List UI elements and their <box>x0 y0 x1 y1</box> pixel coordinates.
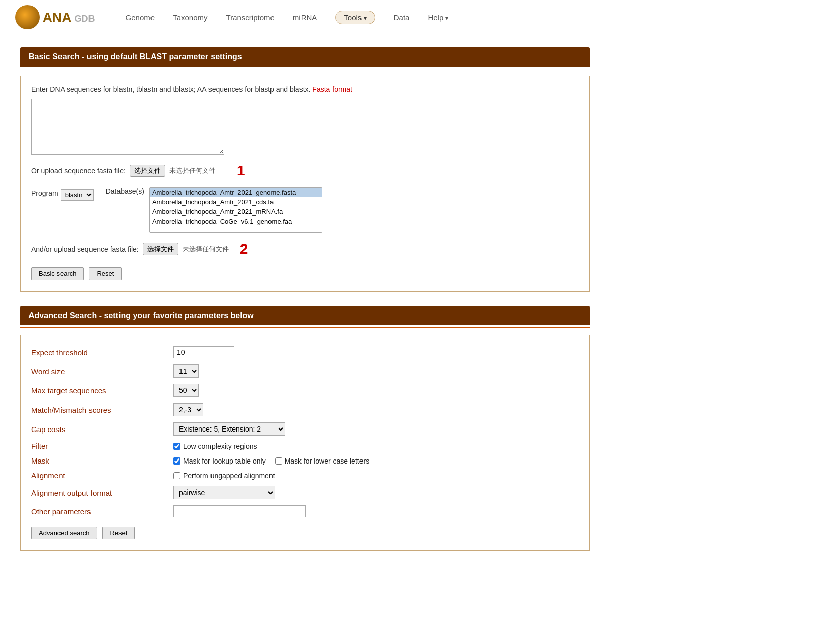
basic-search-button[interactable]: Basic search <box>31 267 84 280</box>
filter-field: Low complexity regions <box>173 442 579 450</box>
word-size-select[interactable]: 11 <box>173 364 199 378</box>
upload-row-2: And/or upload sequence fasta file: 选择文件 … <box>31 243 229 255</box>
nav-transcriptome[interactable]: Transcriptome <box>226 13 275 22</box>
logo: ANA GDB <box>15 5 95 29</box>
nav-taxonomy[interactable]: Taxonomy <box>173 13 207 22</box>
basic-search-card: Enter DNA sequences for blastn, tblastn … <box>20 76 590 292</box>
file-none-1: 未选择任何文件 <box>169 166 216 175</box>
upload-label-2: And/or upload sequence fasta file: <box>31 245 139 253</box>
expect-threshold-field <box>173 346 579 358</box>
nav-help[interactable]: Help <box>428 13 448 22</box>
fasta-format-link[interactable]: Fasta format <box>312 85 352 94</box>
alignment-output-format-select[interactable]: pairwise <box>173 486 275 499</box>
advanced-search-button[interactable]: Advanced search <box>31 527 97 539</box>
alignment-output-format-label: Alignment output format <box>31 488 173 497</box>
file-choose-btn-1[interactable]: 选择文件 <box>130 165 165 177</box>
advanced-btn-row: Advanced search Reset <box>31 527 579 539</box>
instruction-text: Enter DNA sequences for blastn, tblastn … <box>31 85 579 94</box>
program-select[interactable]: blastn <box>61 189 94 201</box>
expect-threshold-input[interactable] <box>173 346 234 358</box>
match-mismatch-field: 2,-3 <box>173 403 579 416</box>
navbar: ANA GDB Genome Taxonomy Transcriptome mi… <box>0 0 813 35</box>
other-parameters-label: Other parameters <box>31 507 173 516</box>
upload-label-1: Or upload sequence fasta file: <box>31 167 126 175</box>
alignment-field: Perform ungapped alignment <box>173 472 579 480</box>
mask-label: Mask <box>31 456 173 465</box>
alignment-label: Alignment <box>31 471 173 480</box>
advanced-search-header: Advanced Search - setting your favorite … <box>20 306 590 325</box>
match-mismatch-select[interactable]: 2,-3 <box>173 403 203 416</box>
upload-row-1: Or upload sequence fasta file: 选择文件 未选择任… <box>31 165 216 177</box>
mask-field: Mask for lookup table only Mask for lowe… <box>173 457 579 465</box>
advanced-fields-grid: Expect threshold Word size 11 Max target… <box>31 344 579 519</box>
annotation-2: 2 <box>240 241 248 257</box>
mask-lookup-label[interactable]: Mask for lookup table only <box>173 457 266 465</box>
word-size-label: Word size <box>31 367 173 376</box>
nav-tools[interactable]: Tools <box>335 11 375 24</box>
alignment-output-format-field: pairwise <box>173 486 579 499</box>
logo-icon <box>15 5 40 29</box>
gap-costs-field: Existence: 5, Extension: 2 <box>173 422 579 436</box>
database-listbox[interactable]: Amborella_trichopoda_Amtr_2021_genome.fa… <box>149 187 322 233</box>
filter-low-complexity-label[interactable]: Low complexity regions <box>173 442 257 450</box>
mask-lowercase-checkbox[interactable] <box>275 457 282 465</box>
database-label: Database(s) <box>106 187 144 195</box>
program-database-row: Program blastn Database(s) Amborella_tri… <box>31 187 579 233</box>
basic-btn-row: Basic search Reset <box>31 267 579 280</box>
filter-label: Filter <box>31 442 173 450</box>
nav-mirna[interactable]: miRNA <box>293 13 317 22</box>
max-target-field: 50 <box>173 384 579 397</box>
logo-text: ANA GDB <box>43 10 95 25</box>
program-label: Program <box>31 189 58 197</box>
gap-costs-label: Gap costs <box>31 425 173 434</box>
main-content: Basic Search - using default BLAST param… <box>0 35 610 577</box>
ungapped-alignment-checkbox[interactable] <box>173 472 180 479</box>
max-target-label: Max target sequences <box>31 386 173 395</box>
match-mismatch-label: Match/Mismatch scores <box>31 406 173 414</box>
nav-data[interactable]: Data <box>394 13 410 22</box>
filter-low-complexity-checkbox[interactable] <box>173 443 180 450</box>
nav-genome[interactable]: Genome <box>126 13 155 22</box>
annotation-1: 1 <box>237 163 245 179</box>
expect-threshold-label: Expect threshold <box>31 348 173 357</box>
gap-costs-select[interactable]: Existence: 5, Extension: 2 <box>173 422 285 436</box>
other-parameters-field <box>173 505 579 517</box>
reset-button-1[interactable]: Reset <box>89 267 122 280</box>
advanced-search-card: Expect threshold Word size 11 Max target… <box>20 335 590 551</box>
nav-links: Genome Taxonomy Transcriptome miRNA Tool… <box>126 11 448 24</box>
mask-lowercase-label[interactable]: Mask for lower case letters <box>275 457 370 465</box>
other-parameters-input[interactable] <box>173 505 306 517</box>
mask-lookup-checkbox[interactable] <box>173 457 180 465</box>
reset-button-2[interactable]: Reset <box>102 527 135 539</box>
ungapped-alignment-label[interactable]: Perform ungapped alignment <box>173 472 275 480</box>
word-size-field: 11 <box>173 364 579 378</box>
max-target-select[interactable]: 50 <box>173 384 199 397</box>
sequence-textarea[interactable] <box>31 99 224 155</box>
basic-search-header: Basic Search - using default BLAST param… <box>20 47 590 67</box>
file-none-2: 未选择任何文件 <box>183 244 229 254</box>
file-choose-btn-2[interactable]: 选择文件 <box>143 243 178 255</box>
